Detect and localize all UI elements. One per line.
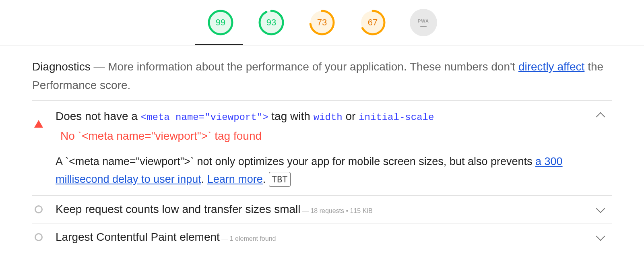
audit-request-counts-meta: 18 requests • 115 KiB [310, 207, 372, 214]
neutral-circle-icon [35, 205, 43, 213]
gauge-seo[interactable]: 67 [359, 9, 386, 36]
chevron-down-icon[interactable] [596, 232, 605, 241]
diagnostics-sep: — [91, 60, 108, 73]
audit-viewport-error: No `<meta name="viewport">` tag found [60, 130, 582, 143]
audit-viewport-description: A `<meta name="viewport">` not only opti… [56, 153, 582, 188]
chevron-down-icon[interactable] [596, 204, 605, 213]
gauge-accessibility[interactable]: 93 [258, 9, 285, 36]
audit-viewport-title: Does not have a <meta name="viewport"> t… [56, 108, 582, 125]
report-content: Diagnostics — More information about the… [0, 45, 644, 255]
audit-title-code2: width [314, 112, 343, 123]
diagnostics-header: Diagnostics — More information about the… [32, 58, 612, 101]
diagnostics-title: Diagnostics [32, 60, 91, 73]
audit-viewport-meta[interactable]: Does not have a <meta name="viewport"> t… [32, 101, 612, 195]
audit-request-counts[interactable]: Keep request counts low and transfer siz… [32, 196, 612, 223]
diagnostics-link-directly-affect[interactable]: directly affect [518, 60, 584, 73]
gauge-pwa-label: PWA [418, 19, 429, 23]
audit-lcp-title: Largest Contentful Paint element [56, 231, 220, 243]
score-strip: 99 93 73 67 PWA [0, 0, 644, 45]
chevron-up-icon[interactable] [596, 112, 605, 122]
audit-title-code1: <meta name="viewport"> [141, 112, 268, 123]
audit-request-counts-title: Keep request counts low and transfer siz… [56, 203, 301, 215]
audit-request-counts-sep: — [301, 207, 311, 214]
gauge-best-practices[interactable]: 73 [308, 9, 336, 36]
gauge-seo-value: 67 [359, 9, 386, 36]
link-learn-more[interactable]: Learn more [207, 173, 263, 185]
audit-desc-1: A `<meta name="viewport">` not only opti… [56, 155, 535, 167]
diagnostics-desc-1: More information about the performance o… [108, 60, 518, 73]
gauge-performance-value: 99 [207, 9, 234, 36]
audit-lcp-element[interactable]: Largest Contentful Paint element — 1 ele… [32, 223, 612, 251]
audit-lcp-sep: — [220, 235, 230, 242]
gauge-pwa-dash-icon [420, 26, 427, 27]
audit-title-p2: tag with [268, 110, 314, 122]
audit-lcp-meta: 1 element found [230, 235, 276, 242]
metric-tag-tbt: TBT [269, 172, 291, 187]
neutral-circle-icon [35, 233, 43, 241]
audit-desc-3: . [263, 173, 269, 185]
audit-title-p1: Does not have a [56, 110, 141, 122]
audit-title-p3: or [343, 110, 359, 122]
gauge-performance[interactable]: 99 [207, 9, 234, 36]
gauge-best-practices-value: 73 [308, 9, 336, 36]
active-tab-underline [195, 44, 243, 45]
audit-title-code3: initial-scale [359, 112, 434, 123]
fail-triangle-icon [34, 120, 43, 128]
audit-desc-2: . [201, 173, 207, 185]
gauge-accessibility-value: 93 [258, 9, 285, 36]
gauge-pwa[interactable]: PWA [410, 9, 437, 36]
